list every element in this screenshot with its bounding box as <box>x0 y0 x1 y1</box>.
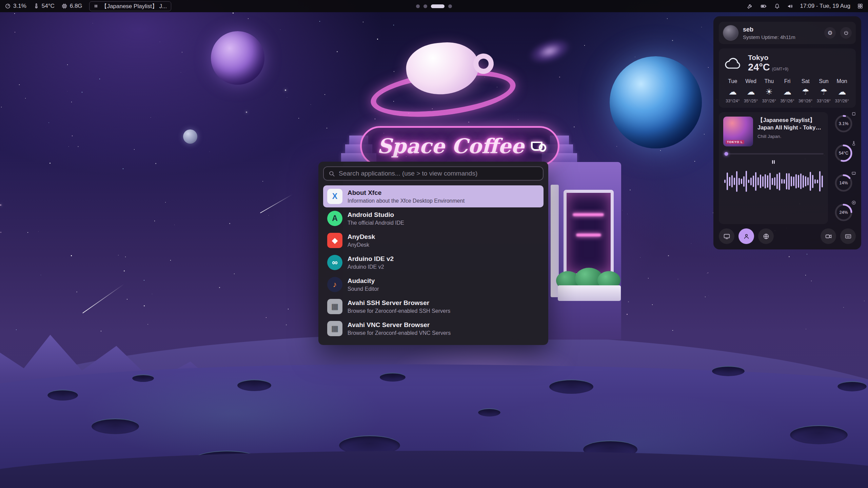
planter-box <box>558 285 621 301</box>
launcher-item[interactable]: X About Xfce Information about the Xfce … <box>323 185 544 207</box>
forecast-temps: 35°/26° <box>778 99 796 103</box>
weather-temp: 24°C <box>748 62 770 73</box>
weather-city: Tokyo <box>748 54 788 62</box>
app-icon: X <box>327 189 342 204</box>
avatar <box>723 25 738 41</box>
app-name: Avahi VNC Server Browser <box>348 321 451 329</box>
launcher-item[interactable]: ▦ Avahi SSH Server Browser Browse for Ze… <box>323 296 544 318</box>
progress-handle[interactable] <box>724 152 728 156</box>
app-icon: ◆ <box>327 233 342 248</box>
workspace-dot[interactable] <box>423 4 427 8</box>
forecast-temps: 33°/26° <box>760 99 778 103</box>
neon-sign: Space Coffee <box>360 126 559 166</box>
volume-icon[interactable] <box>787 3 793 9</box>
app-description: Browse for Zeroconf-enabled VNC Servers <box>348 330 451 336</box>
album-art-label: TOKYO L <box>726 140 744 144</box>
forecast-day-label: Wed <box>742 78 760 84</box>
disk-gauge: 24% <box>833 202 854 223</box>
forecast-row: Tue ☁ 33°/24° Wed ☁ 35°/25° Thu ☀ 33°/26… <box>724 78 851 103</box>
cpu-value: 3.1% <box>13 3 26 9</box>
memory-chip-icon <box>61 3 67 9</box>
forecast-day: Sun ☂ 33°/26° <box>815 78 833 103</box>
launcher-list: X About Xfce Information about the Xfce … <box>323 185 544 340</box>
app-description: The official Android IDE <box>348 220 404 226</box>
tools-icon[interactable] <box>747 3 753 9</box>
cloud-icon: ☁ <box>724 87 742 97</box>
user-card: seb System Uptime: 4h11m ⚙ <box>719 22 856 44</box>
settings-button[interactable]: ⚙ <box>824 27 836 39</box>
search-box[interactable] <box>323 166 544 181</box>
globe-button[interactable] <box>758 228 774 244</box>
workspace-dot[interactable] <box>448 4 452 8</box>
app-grid-icon[interactable] <box>857 3 863 9</box>
forecast-day-label: Fri <box>778 78 796 84</box>
track-title: 【Japanese Playlist】 Japan All Night - To… <box>757 117 824 131</box>
workspace-dot[interactable] <box>416 4 420 8</box>
cloud-icon: ☁ <box>778 87 796 97</box>
video-button[interactable] <box>821 228 836 244</box>
memory-gauge: 14% <box>833 172 854 194</box>
app-icon: ♪ <box>327 277 342 292</box>
track-subtitle: Chill Japan. <box>757 134 824 139</box>
power-button[interactable] <box>840 27 852 39</box>
system-uptime: System Uptime: 4h11m <box>743 34 795 40</box>
music-widget[interactable]: 【Japanese Playlist】 J... <box>89 1 172 11</box>
keyboard-button[interactable] <box>840 228 856 244</box>
screen-icon <box>723 233 730 240</box>
sun-icon: ☀ <box>760 87 778 97</box>
neon-sign-text: Space Coffee <box>377 134 524 158</box>
forecast-day-label: Thu <box>760 78 778 84</box>
battery-icon[interactable] <box>760 3 767 9</box>
launcher-item[interactable]: ∞ Arduino IDE v2 Arduino IDE v2 <box>323 251 544 273</box>
app-name: AnyDesk <box>348 233 375 241</box>
forecast-day: Wed ☁ 35°/25° <box>742 78 760 103</box>
weather-timezone: (GMT+9) <box>772 67 788 72</box>
screen-button[interactable] <box>719 228 734 244</box>
audio-visualizer <box>723 167 824 196</box>
search-input[interactable] <box>339 170 538 177</box>
app-name: Android Studio <box>348 211 404 219</box>
launcher-item[interactable]: ◆ AnyDesk AnyDesk <box>323 229 544 251</box>
search-icon <box>329 170 335 177</box>
shop-window <box>564 190 614 277</box>
workspace-dot[interactable] <box>431 4 445 8</box>
rain-icon: ☂ <box>796 87 815 97</box>
top-bar: 3.1% 54°C 6.8G 【Japanese Playlist】 J... <box>0 0 868 12</box>
forecast-temps: 33°/26° <box>833 99 851 103</box>
forecast-temps: 35°/25° <box>742 99 760 103</box>
forecast-day-label: Tue <box>724 78 742 84</box>
workspace-dots <box>416 0 452 12</box>
forecast-day-label: Sat <box>796 78 815 84</box>
forecast-temps: 36°/26° <box>796 99 815 103</box>
forecast-temps: 33°/26° <box>815 99 833 103</box>
clock[interactable]: 17:09 - Tue, 19 Aug <box>800 3 850 9</box>
cloud-icon <box>724 56 743 70</box>
cpu-indicator: 3.1% <box>5 3 26 9</box>
progress-bar[interactable] <box>723 153 824 155</box>
thermometer-icon <box>33 3 39 9</box>
forecast-day: Thu ☀ 33°/26° <box>760 78 778 103</box>
play-pause-button[interactable] <box>771 159 776 165</box>
memory-indicator: 6.8G <box>61 3 82 9</box>
video-camera-icon <box>825 233 832 240</box>
profile-button[interactable] <box>738 228 754 244</box>
launcher-item[interactable]: ♪ Audacity Sound Editor <box>323 273 544 296</box>
media-player: TOKYO L 【Japanese Playlist】 Japan All Ni… <box>719 112 828 224</box>
forecast-day-label: Mon <box>833 78 851 84</box>
forecast-day: Sat ☂ 36°/26° <box>796 78 815 103</box>
globe-icon <box>763 233 770 240</box>
launcher-item[interactable]: A Android Studio The official Android ID… <box>323 207 544 229</box>
cloud-icon: ☁ <box>742 87 760 97</box>
forecast-day: Fri ☁ 35°/26° <box>778 78 796 103</box>
launcher-item[interactable]: ▦ Avahi VNC Server Browser Browse for Ze… <box>323 318 544 340</box>
notifications-bell-icon[interactable] <box>774 3 780 9</box>
user-icon <box>743 233 750 240</box>
app-description: Sound Editor <box>348 286 379 292</box>
weather-widget: Tokyo 24°C (GMT+9) Tue ☁ 33°/24° Wed ☁ 3… <box>719 48 856 108</box>
app-icon: ∞ <box>327 255 342 270</box>
app-launcher: X About Xfce Information about the Xfce … <box>318 162 548 345</box>
forecast-day-label: Sun <box>815 78 833 84</box>
memory-value: 6.8G <box>70 3 82 9</box>
quick-actions <box>719 228 856 244</box>
cpu-gauge: 3.1% <box>833 113 854 135</box>
